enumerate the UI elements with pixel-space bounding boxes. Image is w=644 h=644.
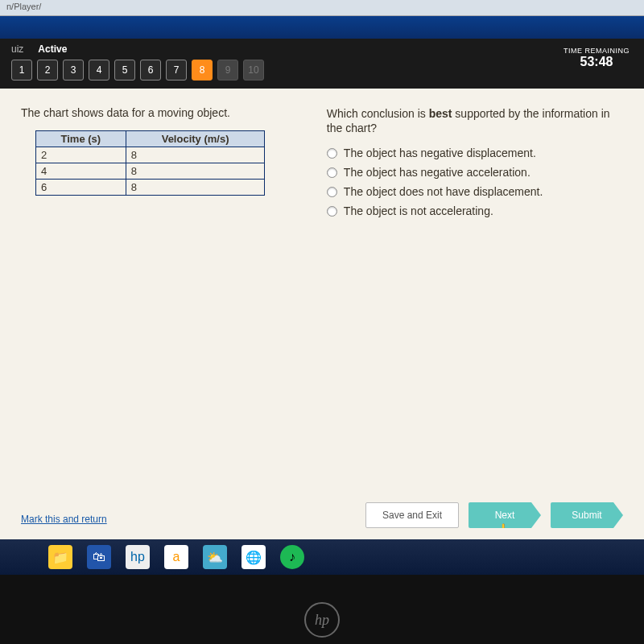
answer-options: The object has negative displacement. Th… — [327, 147, 623, 217]
taskbar-amazon-icon[interactable]: a — [164, 545, 188, 569]
timer-value: 53:48 — [564, 55, 630, 69]
question-number-list: 1 2 3 4 5 6 7 8 9 10 — [0, 60, 644, 80]
col-header-time: Time (s) — [36, 131, 126, 147]
taskbar-folder-icon[interactable]: 📁 — [48, 545, 72, 569]
right-column: Which conclusion is best supported by th… — [327, 106, 623, 494]
question-num-4[interactable]: 4 — [89, 60, 109, 80]
option-a[interactable]: The object has negative displacement. — [327, 147, 623, 159]
taskbar-chrome-icon[interactable]: 🌐 — [242, 545, 266, 569]
tab-quiz[interactable]: uiz — [11, 43, 23, 55]
question-content: The chart shows data for a moving object… — [0, 89, 644, 539]
table-row: 6 8 — [36, 180, 265, 196]
browser-address-bar[interactable]: n/Player/ — [0, 0, 644, 16]
hp-logo: hp — [304, 602, 340, 638]
cursor-hand-icon: 👆 — [496, 522, 514, 540]
taskbar-spotify-icon[interactable]: ♪ — [280, 545, 304, 569]
option-label: The object does not have displacement. — [344, 185, 543, 198]
table-row: 4 8 — [36, 163, 265, 180]
data-table: Time (s) Velocity (m/s) 2 8 4 8 6 8 — [35, 130, 265, 196]
taskbar-weather-icon[interactable]: ⛅ — [203, 545, 227, 569]
timer-label: TIME REMAINING — [564, 47, 630, 55]
question-num-3[interactable]: 3 — [63, 60, 84, 80]
option-label: The object has negative displacement. — [344, 147, 536, 159]
question-num-8[interactable]: 8 — [192, 60, 213, 80]
radio-icon[interactable] — [327, 167, 337, 178]
question-num-1[interactable]: 1 — [11, 60, 32, 80]
laptop-bezel: hp — [0, 575, 644, 644]
url-fragment: n/Player/ — [6, 2, 41, 11]
table-row: 2 8 — [36, 147, 265, 163]
question-num-6[interactable]: 6 — [140, 60, 161, 80]
footer-buttons: Save and Exit Next 👆 Submit — [21, 494, 623, 528]
option-label: The object has negative acceleration. — [344, 166, 530, 179]
question-num-9: 9 — [217, 60, 238, 80]
question-num-5[interactable]: 5 — [114, 60, 135, 80]
next-button[interactable]: Next 👆 — [469, 502, 541, 528]
timer: TIME REMAINING 53:48 — [564, 47, 630, 69]
option-c[interactable]: The object does not have displacement. — [327, 185, 623, 198]
radio-icon[interactable] — [327, 187, 337, 197]
question-num-2[interactable]: 2 — [37, 60, 58, 80]
chart-prompt: The chart shows data for a moving object… — [21, 106, 295, 119]
question-num-7[interactable]: 7 — [166, 60, 187, 80]
option-b[interactable]: The object has negative acceleration. — [327, 166, 623, 179]
submit-button[interactable]: Submit — [551, 502, 623, 528]
quiz-nav-bar: uiz Active 1 2 3 4 5 6 7 8 9 10 TIME REM… — [0, 39, 644, 89]
option-d[interactable]: The object is not accelerating. — [327, 204, 623, 217]
left-column: The chart shows data for a moving object… — [21, 106, 295, 494]
option-label: The object is not accelerating. — [344, 204, 493, 217]
tab-active[interactable]: Active — [38, 43, 67, 55]
question-num-10: 10 — [243, 60, 264, 80]
question-text: Which conclusion is best supported by th… — [327, 106, 623, 135]
mark-and-return-link[interactable]: Mark this and return — [21, 514, 107, 525]
taskbar-hp-icon[interactable]: hp — [126, 545, 150, 569]
radio-icon[interactable] — [327, 206, 337, 217]
windows-taskbar[interactable]: 📁 🛍 hp a ⛅ 🌐 ♪ — [0, 539, 644, 575]
save-and-exit-button[interactable]: Save and Exit — [365, 502, 459, 528]
col-header-velocity: Velocity (m/s) — [126, 131, 265, 147]
radio-icon[interactable] — [327, 148, 337, 159]
taskbar-store-icon[interactable]: 🛍 — [87, 545, 111, 569]
app-header-strip — [0, 16, 644, 39]
